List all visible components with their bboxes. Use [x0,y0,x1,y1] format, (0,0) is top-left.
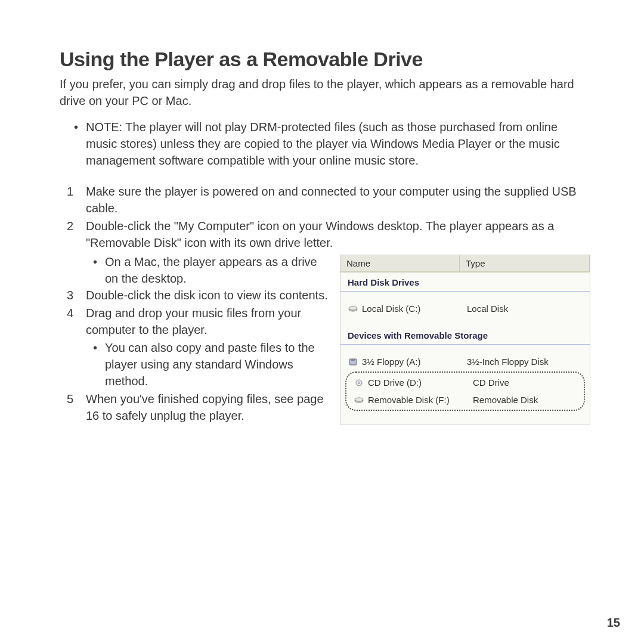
column-name: Name [340,255,460,271]
removable-disk-icon [354,396,364,404]
page-number: 15 [607,616,620,630]
steps-column: On a Mac, the player appears as a drive … [60,252,328,425]
explorer-header: Name Type [340,255,590,273]
steps-continued: Double-click the disk icon to view its c… [60,287,328,424]
step-5: When you've finished copying files, see … [86,391,328,424]
drive-name: CD Drive (D:) [368,377,473,388]
steps-with-figure: On a Mac, the player appears as a drive … [60,252,590,425]
page-title: Using the Player as a Removable Drive [60,48,590,71]
windows-explorer-figure: Name Type Hard Disk Drives Local Disk (C… [340,255,590,425]
note-list: NOTE: The player will not play DRM-prote… [60,119,590,169]
steps-list: Make sure the player is powered on and c… [60,183,590,251]
highlighted-drives: CD Drive (D:) CD Drive Removable Disk (F… [345,371,585,411]
cd-drive-icon [354,379,364,387]
drive-row-floppy: 3½ Floppy (A:) 3½-Inch Floppy Disk [340,353,590,370]
drive-name: 3½ Floppy (A:) [362,357,467,367]
svg-point-5 [358,382,360,383]
drive-type: Removable Disk [473,395,584,405]
drive-row-removable: Removable Disk (F:) Removable Disk [346,391,584,408]
section-hard-disk-drives: Hard Disk Drives [340,273,590,292]
step-3: Double-click the disk icon to view its c… [86,287,328,304]
drive-row-local-disk: Local Disk (C:) Local Disk [340,300,590,317]
svg-rect-3 [351,359,355,361]
step-4-sublist: You can also copy and paste files to the… [86,339,328,389]
step-4-text: Drag and drop your music files from your… [86,306,301,336]
column-type: Type [460,255,590,271]
step-4-sub: You can also copy and paste files to the… [105,339,328,389]
step-2-text: Double-click the "My Computer" icon on y… [86,219,554,249]
drive-name: Local Disk (C:) [362,304,467,314]
svg-point-1 [349,306,357,310]
step-2-sublist: On a Mac, the player appears as a drive … [60,253,328,287]
floppy-icon [348,358,358,366]
svg-point-7 [355,398,363,401]
drive-type: Local Disk [467,304,590,314]
step-2: Double-click the "My Computer" icon on y… [86,218,590,251]
step-2-sub: On a Mac, the player appears as a drive … [105,253,328,287]
step-4: Drag and drop your music files from your… [86,305,328,389]
drive-name: Removable Disk (F:) [368,395,473,405]
drive-row-cd: CD Drive (D:) CD Drive [346,374,584,391]
drive-type: CD Drive [473,377,584,388]
intro-paragraph: If you prefer, you can simply drag and d… [60,76,590,109]
step-1: Make sure the player is powered on and c… [86,183,590,216]
drive-type: 3½-Inch Floppy Disk [467,357,590,367]
section-removable-storage: Devices with Removable Storage [340,326,590,345]
hard-drive-icon [348,305,358,313]
note-item: NOTE: The player will not play DRM-prote… [86,119,590,169]
